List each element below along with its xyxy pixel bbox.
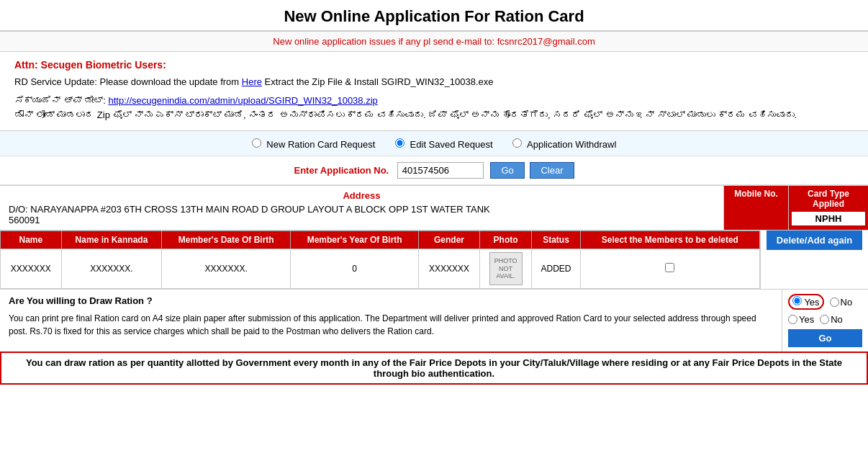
col-photo: Photo (479, 231, 531, 249)
attn-here-link[interactable]: Here (242, 76, 262, 87)
attn-title: Attn: Secugen Biometric Users: (14, 59, 854, 71)
go-button[interactable]: Go (490, 162, 524, 179)
attn-line1-text: RD Service Update: Please download the u… (14, 76, 242, 87)
cardtype-col-label: Card Type Applied (792, 189, 865, 209)
mobile-col-label: Mobile No. (734, 189, 778, 199)
cell-status: ADDED (532, 249, 581, 289)
appno-label: Enter Application No. (294, 165, 389, 176)
radio-new-ration-input[interactable] (252, 138, 261, 148)
member-select-checkbox[interactable] (665, 263, 674, 272)
members-table-container: Name Name in Kannada Member's Date Of Bi… (0, 230, 760, 289)
col-status: Status (532, 231, 581, 249)
radio-app-withdrawl-label: Application Withdrawl (527, 139, 616, 150)
ration-yes-no-row: Yes No (788, 294, 862, 310)
bottom-left: Are You willing to Draw Ration ? You can… (0, 290, 782, 352)
page-wrapper: New Online Application For Ration Card N… (0, 0, 868, 385)
delete-add-cell: Delete/Add again (760, 230, 868, 289)
cell-dob: XXXXXXX. (162, 249, 291, 289)
col-name-kannada: Name in Kannada (61, 231, 162, 249)
mobile-col: Mobile No. (724, 186, 789, 230)
ration-yes-label[interactable]: Yes (788, 294, 824, 310)
ration-yes-radio[interactable] (792, 296, 802, 305)
info-outer: Address D/O: NARAYANAPPA #203 6TH CROSS … (0, 185, 868, 230)
cell-photo: PHOTONOTAVAIL. (479, 249, 531, 289)
radio-app-withdrawl[interactable]: Application Withdrawl (512, 139, 616, 150)
ration-no-label[interactable]: No (830, 297, 853, 308)
footer-notice: You can draw ration as per quantity allo… (0, 352, 868, 385)
kannada-label: ಸೆಕ್ಯುಜೆನ್ ಆ್ಪ್ ಡೇಟ್: (14, 95, 106, 106)
radio-section: New Ration Card Request Edit Saved Reque… (0, 131, 868, 156)
ration-question-row: Are You willing to Draw Ration ? (9, 295, 773, 308)
ration-no-radio[interactable] (830, 297, 839, 307)
attn-rd-line: RD Service Update: Please download the u… (14, 75, 854, 89)
appno-input[interactable] (397, 162, 484, 179)
col-yob: Member's Year Of Birth (291, 231, 419, 249)
kannada-line2: ಡೌನ್ ಲೋಡ್ ಮಾಡಲಾದ Zip ಫೈಲ್ ನ್ನು ಎಕ್ಸ್ ಟ್ರ… (14, 109, 797, 120)
notice-bar: New online application issues if any pl … (0, 32, 868, 52)
members-section: Name Name in Kannada Member's Date Of Bi… (0, 230, 868, 289)
col-dob: Member's Date Of Birth (162, 231, 291, 249)
members-table: Name Name in Kannada Member's Date Of Bi… (0, 230, 760, 289)
radio-edit-saved-input[interactable] (395, 138, 404, 148)
delivery-text: You can print pre final Ration card on A… (9, 312, 773, 338)
ration-question-label: Are You willing to Draw Ration ? (9, 295, 153, 306)
delivery-yes-radio[interactable] (788, 315, 797, 324)
attn-line1-cont: Extract the Zip File & Install SGIRD_WIN… (265, 76, 494, 87)
table-header-row: Name Name in Kannada Member's Date Of Bi… (1, 231, 760, 249)
photo-placeholder: PHOTONOTAVAIL. (489, 252, 523, 285)
address-text: D/O: NARAYANAPPA #203 6TH CROSS 13TH MAI… (9, 204, 715, 225)
address-pincode: 560091 (9, 215, 40, 225)
table-row: XXXXXXX XXXXXXX. XXXXXXX. 0 XXXXXXX PHOT… (1, 249, 760, 289)
cell-gender: XXXXXXX (419, 249, 480, 289)
cell-select[interactable] (580, 249, 759, 289)
ration-no-text: No (841, 297, 853, 308)
radio-new-ration-label: New Ration Card Request (266, 139, 375, 150)
address-line: D/O: NARAYANAPPA #203 6TH CROSS 13TH MAI… (9, 204, 490, 215)
col-select: Select the Members to be deleted (580, 231, 759, 249)
cardtype-col: Card Type Applied NPHH (789, 186, 868, 230)
cell-name: XXXXXXX (1, 249, 62, 289)
delivery-no-label[interactable]: No (820, 314, 843, 325)
attn-kannada: ಸೆಕ್ಯುಜೆನ್ ಆ್ಪ್ ಡೇಟ್: http://secugenindi… (14, 94, 854, 124)
kannada-link[interactable]: http://secugenindia.com/admin/upload/SGI… (108, 95, 377, 106)
radio-edit-saved-label: Edit Saved Request (410, 139, 493, 150)
page-title: New Online Application For Ration Card (0, 0, 868, 32)
delivery-yes-no-row: Yes No (788, 314, 862, 325)
radio-app-withdrawl-input[interactable] (512, 138, 522, 148)
cell-name-kannada: XXXXXXX. (61, 249, 162, 289)
radio-edit-saved[interactable]: Edit Saved Request (395, 139, 495, 150)
delivery-yes-text: Yes (799, 314, 814, 325)
footer-notice-text: You can draw ration as per quantity allo… (26, 357, 842, 379)
col-name: Name (1, 231, 62, 249)
clear-button[interactable]: Clear (530, 162, 574, 179)
address-col: Address D/O: NARAYANAPPA #203 6TH CROSS … (0, 186, 724, 230)
cell-yob: 0 (291, 249, 419, 289)
nphh-value: NPHH (792, 212, 865, 225)
attn-section: Attn: Secugen Biometric Users: RD Servic… (0, 52, 868, 131)
radio-new-ration[interactable]: New Ration Card Request (252, 139, 378, 150)
delete-add-button[interactable]: Delete/Add again (767, 230, 862, 250)
address-header: Address (9, 190, 715, 201)
bottom-section: Are You willing to Draw Ration ? You can… (0, 289, 868, 352)
bottom-go-button[interactable]: Go (788, 329, 862, 347)
bottom-right: Yes No Yes No Go (782, 290, 868, 352)
col-gender: Gender (419, 231, 480, 249)
appno-section: Enter Application No. Go Clear (0, 156, 868, 185)
delivery-no-text: No (831, 314, 843, 325)
delivery-yes-label[interactable]: Yes (788, 314, 814, 325)
delivery-no-radio[interactable] (820, 315, 829, 324)
ration-yes-text: Yes (804, 297, 819, 308)
